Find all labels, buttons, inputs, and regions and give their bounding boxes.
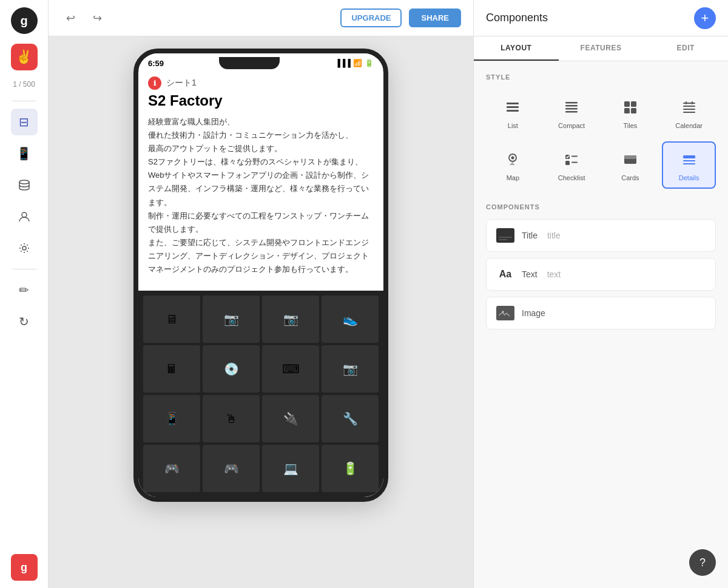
checklist-style-icon [561,149,582,171]
style-map[interactable]: Map [486,141,540,189]
layout-sidebar-btn[interactable]: ⊟ [11,109,38,135]
share-button[interactable]: SHARE [409,8,461,27]
sidebar-divider [12,101,36,101]
image-component[interactable]: Image [486,297,716,329]
calendar-label: Calendar [675,122,703,129]
title-component-value: title [547,231,561,240]
undo-button[interactable]: ↩ [61,8,80,28]
avatar-bottom[interactable]: g [11,554,38,581]
svg-rect-16 [683,109,695,110]
svg-rect-3 [507,103,519,104]
style-calendar[interactable]: Calendar [662,89,716,137]
right-panel: Components + LAYOUT FEATURES EDIT STYLE … [473,0,728,588]
canvas-area: 6:59 ▐▐▐ 📶 🔋 ℹ シート1 S2 Factory 経験豊富 [49,36,473,588]
tab-features[interactable]: FEATURES [559,36,644,61]
redo-button[interactable]: ↪ [87,8,107,28]
title-component-icon [496,228,514,243]
components-section-label: COMPONENTS [486,203,716,211]
style-tiles[interactable]: Tiles [604,89,658,137]
svg-rect-27 [624,155,636,159]
main-area: ↩ ↪ UPGRADE SHARE 6:59 ▐▐▐ 📶 🔋 [49,0,473,588]
map-label: Map [507,174,519,181]
calendar-style-icon [678,96,700,118]
style-grid: List Compact [486,89,716,189]
upgrade-button[interactable]: UPGRADE [340,8,402,27]
tiles-style-icon [619,96,641,118]
tech-item: 🖩 [143,345,200,393]
style-checklist[interactable]: Checklist [545,141,599,189]
style-cards[interactable]: Cards [604,141,658,189]
cards-label: Cards [621,174,639,181]
tab-layout[interactable]: LAYOUT [474,36,559,61]
svg-rect-31 [499,231,512,235]
image-component-name: Image [522,308,545,318]
tech-item: 📱 [143,395,200,442]
database-sidebar-btn[interactable] [11,172,38,198]
svg-rect-30 [683,163,695,164]
tab-edit[interactable]: EDIT [643,36,728,61]
style-list[interactable]: List [486,89,540,137]
panel-body: STYLE List [474,61,728,588]
svg-rect-5 [507,110,519,112]
map-style-icon [502,149,524,171]
svg-rect-17 [683,112,695,113]
tech-item: 💿 [203,345,260,393]
svg-rect-32 [499,237,512,238]
tech-item: ⌨ [262,345,319,393]
add-component-button[interactable]: + [694,7,716,29]
svg-point-0 [19,180,29,184]
details-label: Details [679,174,699,181]
svg-rect-10 [624,101,630,107]
list-style-icon [502,96,524,118]
right-panel-header: Components + [474,0,728,36]
svg-rect-12 [624,108,630,113]
style-details[interactable]: Details [662,141,716,189]
svg-rect-19 [692,101,693,104]
company-description: 経験豊富な職人集団が、 優れた技術力・設計力・コミュニケーション力を活かし、 最… [148,115,374,276]
svg-rect-28 [683,155,695,158]
sheet-title: シート1 [166,78,197,89]
compact-label: Compact [558,122,585,129]
svg-rect-4 [507,106,519,108]
tech-item: 👟 [322,296,379,343]
svg-point-2 [22,246,26,250]
help-button[interactable]: ? [689,549,716,576]
svg-rect-18 [686,101,687,104]
svg-point-21 [511,157,514,160]
tech-item: 📷 [322,345,379,393]
tech-grid: 🖥 📷 📷 👟 🖩 💿 ⌨ 📷 📱 🖱 🔌 🔧 🎮 🎮 💻 🔋 [138,291,383,497]
panel-title: Components [486,12,548,24]
svg-rect-7 [565,105,578,107]
tech-item: 🔧 [322,395,379,442]
phone-body: S2 Factory 経験豊富な職人集団が、 優れた技術力・設計力・コミュニケー… [138,92,383,286]
list-label: List [508,122,518,129]
mobile-sidebar-btn[interactable]: 📱 [11,140,38,167]
avatar-top[interactable]: g [11,7,38,34]
tech-item: 🎮 [203,445,260,492]
svg-rect-34 [499,308,512,318]
svg-rect-6 [565,102,578,104]
text-component-icon: Aa [496,267,514,282]
style-compact[interactable]: Compact [545,89,599,137]
page-count: 1 / 500 [13,80,35,89]
svg-rect-13 [631,108,636,113]
title-component[interactable]: Title title [486,219,716,252]
svg-rect-14 [683,103,695,104]
text-component-value: text [547,269,561,279]
checklist-label: Checklist [558,174,585,181]
text-component[interactable]: Aa Text text [486,258,716,291]
tech-item: 🔋 [322,445,379,492]
refresh-sidebar-btn[interactable]: ↻ [11,308,38,335]
phone-time: 6:59 [148,59,164,68]
svg-rect-8 [565,108,578,110]
svg-rect-9 [565,111,578,113]
image-component-icon [496,306,514,320]
svg-rect-24 [565,161,570,165]
app-icon[interactable]: ✌️ [11,44,38,70]
left-sidebar: g ✌️ 1 / 500 ⊟ 📱 ✏ ↻ g [0,0,49,588]
settings-sidebar-btn[interactable] [11,235,38,262]
svg-rect-11 [631,101,636,107]
pen-sidebar-btn[interactable]: ✏ [11,277,38,303]
svg-rect-29 [683,160,695,161]
user-sidebar-btn[interactable] [11,203,38,230]
